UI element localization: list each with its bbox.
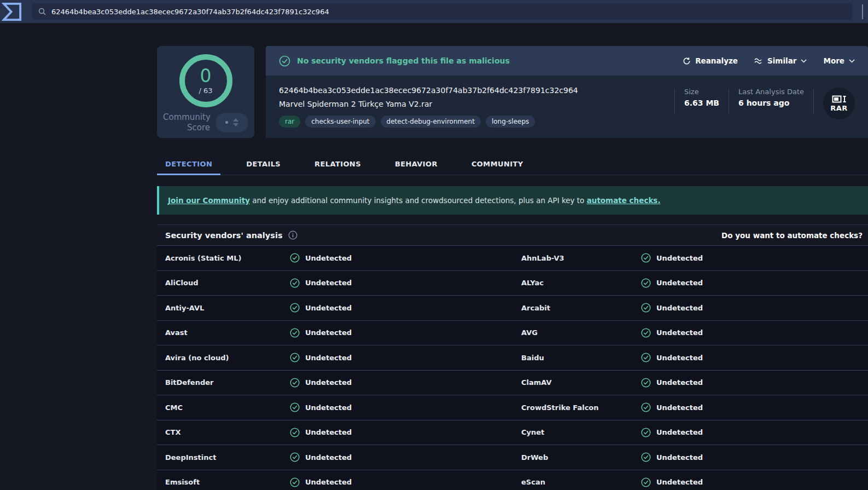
check-circle-icon bbox=[641, 353, 651, 362]
tab-behavior[interactable]: BEHAVIOR bbox=[387, 153, 446, 175]
vendor-status: Undetected bbox=[290, 303, 521, 313]
chevron-down-icon bbox=[801, 59, 807, 63]
vendor-status: Undetected bbox=[290, 378, 521, 388]
vendor-status-label: Undetected bbox=[305, 378, 352, 387]
vendors-table: Acronis (Static ML)UndetectedAhnLab-V3Un… bbox=[157, 245, 868, 490]
check-circle-icon bbox=[290, 477, 300, 487]
vote-dot-icon bbox=[225, 121, 228, 124]
virustotal-logo-icon[interactable] bbox=[2, 1, 23, 22]
reanalyze-icon bbox=[683, 57, 691, 65]
search-input[interactable] bbox=[51, 8, 846, 16]
status-banner: No security vendors flagged this file as… bbox=[266, 46, 868, 76]
vendor-status: Undetected bbox=[641, 477, 868, 487]
vendor-status: Undetected bbox=[290, 477, 521, 487]
vendor-name: CMC bbox=[165, 403, 290, 412]
vendor-name: Cynet bbox=[521, 428, 641, 436]
check-circle-icon bbox=[279, 55, 290, 67]
topbar-right-divider bbox=[862, 4, 863, 19]
vendor-status: Undetected bbox=[641, 428, 868, 437]
similar-button[interactable]: Similar bbox=[754, 56, 807, 65]
reanalyze-button[interactable]: Reanalyze bbox=[683, 56, 738, 65]
check-circle-icon bbox=[290, 303, 300, 313]
file-size-block: Size 6.63 MB bbox=[675, 88, 729, 107]
file-type-label: RAR bbox=[830, 104, 848, 112]
file-tag[interactable]: rar bbox=[279, 116, 300, 128]
check-circle-icon bbox=[290, 402, 300, 412]
vendor-status: Undetected bbox=[641, 328, 868, 338]
status-message: No security vendors flagged this file as… bbox=[297, 56, 510, 65]
vendor-status: Undetected bbox=[290, 353, 521, 362]
vendor-name: AhnLab-V3 bbox=[521, 254, 641, 262]
file-tag[interactable]: long-sleeps bbox=[486, 116, 535, 128]
automate-checks-link[interactable]: automate checks. bbox=[587, 196, 661, 205]
vendor-status-label: Undetected bbox=[656, 328, 703, 337]
community-vote-widget[interactable] bbox=[215, 113, 248, 132]
vendor-name: ALYac bbox=[521, 279, 641, 287]
check-circle-icon bbox=[290, 378, 300, 388]
vendor-status: Undetected bbox=[641, 452, 868, 462]
tab-details[interactable]: DETAILS bbox=[238, 153, 289, 175]
info-icon[interactable] bbox=[288, 230, 298, 240]
vendor-status: Undetected bbox=[641, 303, 868, 313]
check-circle-icon bbox=[641, 428, 651, 437]
vote-arrows-icon[interactable] bbox=[233, 118, 238, 126]
check-circle-icon bbox=[641, 452, 651, 462]
join-community-link[interactable]: Join our Community bbox=[168, 196, 250, 205]
file-tag[interactable]: checks-user-input bbox=[305, 116, 375, 128]
search-icon bbox=[38, 8, 46, 15]
last-analysis-label: Last Analysis Date bbox=[738, 88, 804, 96]
check-circle-icon bbox=[641, 378, 651, 388]
vendor-status-label: Undetected bbox=[305, 254, 352, 262]
check-circle-icon bbox=[290, 278, 300, 288]
vendor-row: AliCloudUndetectedALYacUndetected bbox=[157, 270, 868, 296]
check-circle-icon bbox=[290, 452, 300, 462]
vendor-status-label: Undetected bbox=[656, 254, 703, 262]
vendor-status-label: Undetected bbox=[305, 478, 352, 486]
detection-score-total: / 63 bbox=[199, 87, 212, 95]
size-value: 6.63 MB bbox=[684, 99, 719, 107]
search-bar[interactable] bbox=[32, 3, 853, 20]
tab-detection[interactable]: DETECTION bbox=[157, 153, 220, 175]
vendor-status-label: Undetected bbox=[656, 378, 703, 387]
check-circle-icon bbox=[290, 428, 300, 437]
vendor-status: Undetected bbox=[290, 402, 521, 412]
check-circle-icon bbox=[641, 477, 651, 487]
check-circle-icon bbox=[641, 402, 651, 412]
vote-up-icon[interactable] bbox=[233, 118, 238, 122]
vendor-status: Undetected bbox=[290, 452, 521, 462]
vendor-row: DeepInstinctUndetectedDrWebUndetected bbox=[157, 445, 868, 470]
file-name: Marvel Spiderman 2 Türkçe Yama V2.rar bbox=[279, 100, 674, 108]
community-score-card: 0 / 63 Community Score bbox=[157, 46, 254, 138]
file-info-panel: 62464b4bea3c053edde1ac38ecec9672a30f74ab… bbox=[266, 76, 868, 138]
analysis-header: Security vendors' analysis Do you want t… bbox=[157, 224, 868, 245]
vendor-status: Undetected bbox=[290, 278, 521, 288]
vendor-name: Emsisoft bbox=[165, 478, 290, 486]
vendor-row: Acronis (Static ML)UndetectedAhnLab-V3Un… bbox=[157, 245, 868, 270]
vendor-status: Undetected bbox=[290, 328, 521, 338]
vendor-status-label: Undetected bbox=[656, 403, 703, 412]
vendor-status-label: Undetected bbox=[305, 403, 352, 412]
check-circle-icon bbox=[641, 253, 651, 263]
vendor-name: Antiy-AVL bbox=[165, 304, 290, 312]
vendor-name: Baidu bbox=[521, 354, 641, 362]
vendor-row: Antiy-AVLUndetectedArcabitUndetected bbox=[157, 295, 868, 320]
vendor-name: BitDefender bbox=[165, 378, 290, 387]
vote-down-icon[interactable] bbox=[233, 123, 238, 126]
more-button[interactable]: More bbox=[823, 56, 855, 65]
vendor-row: CTXUndetectedCynetUndetected bbox=[157, 420, 868, 445]
tab-relations[interactable]: RELATIONS bbox=[306, 153, 369, 175]
file-tag[interactable]: detect-debug-environment bbox=[381, 116, 481, 128]
chevron-down-icon bbox=[849, 59, 855, 63]
vendor-name: Avira (no cloud) bbox=[165, 354, 290, 362]
vendor-name: Acronis (Static ML) bbox=[165, 254, 290, 262]
check-circle-icon bbox=[290, 353, 300, 362]
vendor-status-label: Undetected bbox=[305, 453, 352, 462]
vendor-status: Undetected bbox=[641, 353, 868, 362]
tab-community[interactable]: COMMUNITY bbox=[463, 153, 532, 175]
vendor-status-label: Undetected bbox=[305, 304, 352, 312]
vendor-status: Undetected bbox=[641, 278, 868, 288]
vendor-status-label: Undetected bbox=[305, 279, 352, 287]
topbar bbox=[0, 0, 868, 23]
tabs-bar: DETECTIONDETAILSRELATIONSBEHAVIORCOMMUNI… bbox=[157, 153, 868, 175]
similar-icon bbox=[754, 57, 763, 64]
